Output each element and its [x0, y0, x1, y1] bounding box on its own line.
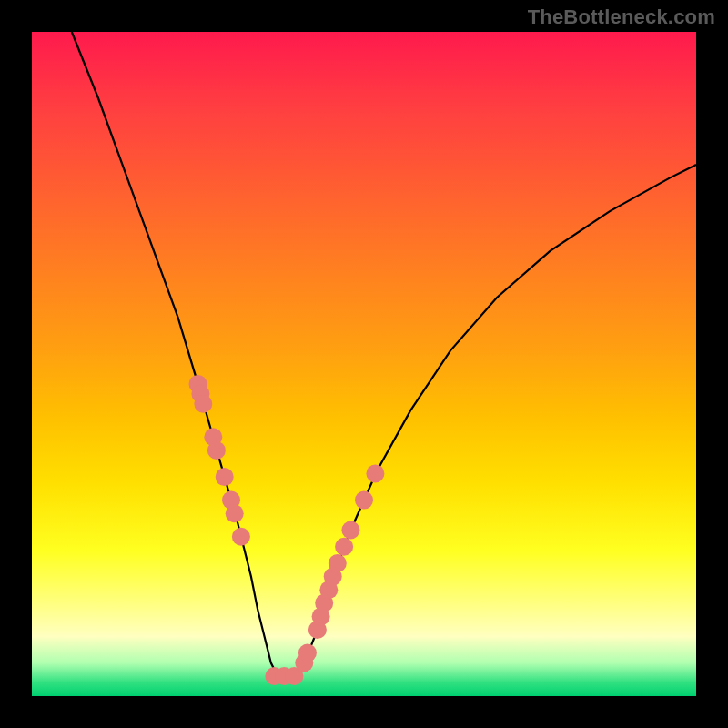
data-dot [226, 504, 244, 522]
data-dot [341, 521, 359, 540]
chart-frame: TheBottleneck.com [0, 0, 728, 728]
data-dot [298, 644, 317, 662]
data-dot [232, 528, 250, 546]
data-dot [216, 468, 234, 486]
plot-area [32, 32, 696, 696]
data-dot [355, 491, 373, 510]
data-dot [194, 395, 212, 413]
chart-svg [32, 32, 696, 696]
data-dot [207, 441, 226, 460]
watermark-text: TheBottleneck.com [528, 5, 715, 29]
bottleneck-curve [72, 32, 696, 676]
data-dot [329, 554, 347, 572]
data-dot [335, 538, 353, 556]
data-dots-right [308, 464, 385, 639]
data-dot [366, 464, 384, 482]
